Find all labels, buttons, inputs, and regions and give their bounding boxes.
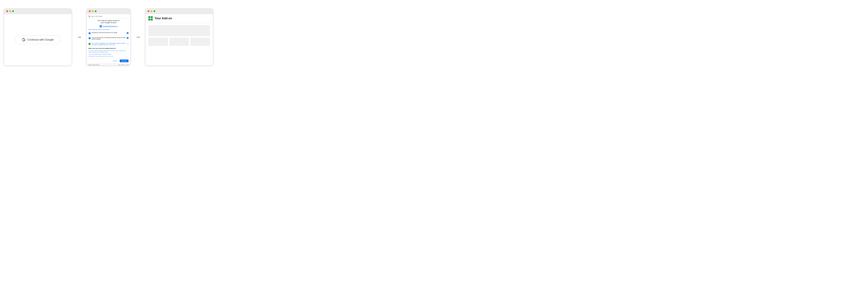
browser-window-1: Continue with Google	[4, 9, 72, 65]
permission-item-1: Associate you with your personal info on…	[89, 31, 128, 35]
titlebar-3	[146, 9, 213, 14]
browser-window-3: Your Add-on	[145, 9, 213, 65]
oauth-body: Your Add-On! wants access to your Google…	[87, 18, 130, 58]
addon-title: Your Add-on	[155, 17, 172, 20]
oauth-dialog-header: Sign in with Google	[87, 14, 130, 18]
oauth-header-text: Sign in with Google	[91, 16, 102, 17]
continue-with-google-button[interactable]: Continue with Google	[15, 35, 60, 44]
oauth-cancel-button[interactable]: Cancel	[111, 59, 119, 62]
trust-text-1: You may be sharing sensitive info with t…	[89, 50, 128, 53]
permission-check-3[interactable]	[127, 43, 128, 45]
permission-icon-1	[89, 32, 91, 34]
trust-title: Make sure you trust the installed Add-On…	[89, 48, 128, 49]
google-logo-icon	[22, 38, 26, 41]
account-avatar: U	[99, 25, 102, 28]
permission-icon-2	[89, 37, 91, 39]
browser-body-3: Your Add-on	[146, 14, 213, 65]
addon-header: Your Add-on	[146, 14, 213, 23]
oauth-continue-button[interactable]: Continue	[120, 59, 128, 62]
traffic-light-green-1[interactable]	[12, 10, 14, 12]
titlebar-2	[87, 9, 130, 14]
oauth-help-link[interactable]: Help	[118, 64, 120, 65]
traffic-light-yellow-2[interactable]	[92, 10, 94, 12]
browser-body-2: Sign in with Google Your Add-On! wants a…	[87, 14, 130, 65]
google-small-icon	[89, 16, 90, 17]
oauth-footer-links: See Kahoot!'s Privacy Policy and Terms o…	[89, 56, 128, 57]
permission-text-2: See your personal info, including any pe…	[92, 37, 126, 40]
permission-check-2[interactable]	[127, 37, 128, 39]
addon-card-4	[190, 38, 210, 46]
traffic-light-green-2[interactable]	[95, 10, 97, 12]
addon-content	[146, 23, 213, 65]
addon-card-3	[169, 38, 189, 46]
permission-text-3: See, create, and update its own attachme…	[92, 42, 126, 46]
addon-logo-icon	[148, 16, 153, 21]
oauth-terms-link[interactable]: Terms	[126, 64, 129, 65]
oauth-lang-links: Help Privacy Terms	[118, 64, 129, 65]
arrow-1-icon: →	[76, 34, 82, 40]
permission-item-2: See your personal info, including any pe…	[89, 36, 128, 41]
account-email: user@schoolDomain.com	[103, 26, 118, 27]
browser-body-1: Continue with Google	[4, 14, 71, 65]
arrow-2-container: →	[130, 34, 145, 40]
oauth-trust-section: Make sure you trust the installed Add-On…	[89, 48, 128, 57]
arrow-1-container: →	[72, 34, 87, 40]
permission-check-1[interactable]	[127, 32, 128, 34]
traffic-light-red-1[interactable]	[6, 10, 8, 12]
traffic-light-green-3[interactable]	[153, 10, 155, 12]
traffic-light-yellow-3[interactable]	[151, 10, 152, 12]
oauth-language-bar: English (United States) Help Privacy Ter…	[87, 63, 130, 65]
oauth-title: Your Add-On! wants access to your Google…	[89, 20, 128, 24]
addon-card-row-1	[148, 25, 210, 36]
oauth-language[interactable]: English (United States)	[88, 64, 99, 65]
oauth-account: U user@schoolDomain.com	[89, 25, 128, 28]
google-button-label: Continue with Google	[27, 38, 54, 41]
browser-window-2: Sign in with Google Your Add-On! wants a…	[87, 9, 130, 65]
traffic-light-red-2[interactable]	[89, 10, 91, 12]
addon-card-1	[148, 25, 210, 36]
traffic-light-yellow-1[interactable]	[9, 10, 11, 12]
addon-card-2	[148, 38, 168, 46]
permission-icon-3	[89, 43, 91, 45]
permission-text-1: Associate you with your personal info on…	[92, 32, 126, 33]
oauth-privacy-link[interactable]: Privacy	[121, 64, 125, 65]
oauth-actions: Cancel Continue	[87, 58, 130, 63]
oauth-dialog: Sign in with Google Your Add-On! wants a…	[87, 14, 130, 65]
arrow-2-icon: →	[135, 34, 141, 40]
addon-card-row-2	[148, 38, 210, 46]
oauth-select-text: Select what your Add-On can access	[89, 29, 128, 30]
permission-item-3: See, create, and update its own attachme…	[89, 42, 128, 47]
traffic-light-red-3[interactable]	[148, 10, 149, 12]
trust-text-2: Learn how Google helps you share data sa…	[89, 53, 128, 55]
titlebar-1	[4, 9, 71, 14]
